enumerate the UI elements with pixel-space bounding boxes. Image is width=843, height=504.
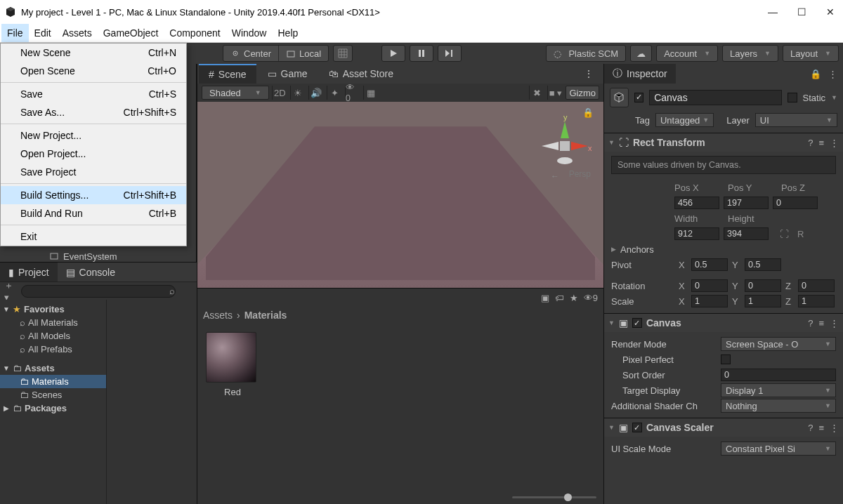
rot-z-input[interactable] [798, 279, 835, 292]
project-search-input[interactable] [21, 285, 176, 298]
menu-icon[interactable]: ⋮ [830, 423, 839, 433]
static-checkbox[interactable] [788, 93, 797, 102]
menu-window[interactable]: Window [226, 24, 273, 42]
snap-toggle[interactable] [333, 45, 353, 62]
pivot-center-button[interactable]: Center [223, 46, 279, 61]
menu-icon[interactable]: ⋮ [830, 138, 839, 148]
tab-console[interactable]: ▤ Console [58, 263, 124, 281]
menu-help[interactable]: Help [272, 24, 303, 42]
pos-y-input[interactable] [724, 197, 769, 209]
play-button[interactable] [381, 45, 405, 62]
cloud-button[interactable]: ☁ [630, 45, 652, 62]
scaler-enabled-checkbox[interactable] [632, 423, 642, 432]
shading-dropdown[interactable]: Shaded▼ [202, 86, 269, 100]
scale-z-input[interactable] [798, 295, 835, 307]
tag-dropdown[interactable]: Untagged▼ [655, 113, 714, 127]
gameobject-type-icon[interactable] [610, 88, 629, 107]
tab-asset-store[interactable]: 🛍Asset Store [319, 64, 403, 84]
collapse-toggle[interactable]: ▼ [608, 424, 615, 431]
pixel-perfect-checkbox[interactable] [721, 354, 731, 364]
window-minimize-button[interactable]: — [768, 6, 778, 18]
pivot-y-input[interactable] [745, 258, 781, 271]
menu-exit[interactable]: Exit [1, 227, 186, 246]
collapse-toggle[interactable]: ▼ [608, 319, 615, 326]
window-close-button[interactable]: ✕ [826, 6, 835, 18]
help-icon[interactable]: ? [808, 318, 813, 329]
account-dropdown[interactable]: Account▼ [656, 45, 718, 62]
preset-icon[interactable]: ≡ [818, 423, 824, 433]
pos-x-input[interactable] [674, 197, 719, 209]
assets-folder[interactable]: ▼🗀Assets [0, 362, 106, 375]
scene-view[interactable]: y x ← Persp 🔒 [197, 102, 603, 288]
raw-edit-icon[interactable]: R [797, 229, 804, 239]
help-icon[interactable]: ? [808, 423, 813, 433]
menu-build-and-run[interactable]: Build And RunCtrl+B [1, 204, 186, 223]
anchors-toggle[interactable]: ▶ [611, 246, 616, 253]
lock-icon[interactable]: 🔒 [810, 69, 821, 79]
tab-game[interactable]: ▭Game [258, 64, 318, 84]
pos-z-input[interactable] [773, 197, 818, 209]
lock-icon[interactable]: 🔒 [582, 107, 594, 118]
scenes-folder[interactable]: 🗀Scenes [0, 388, 106, 402]
menu-build-settings[interactable]: Build Settings...Ctrl+Shift+B [1, 186, 186, 204]
pivot-local-button[interactable]: Local [279, 46, 328, 61]
menu-save-as[interactable]: Save As...Ctrl+Shift+S [1, 103, 186, 121]
fx-toggle[interactable]: ✦ [327, 86, 342, 100]
favorites-header[interactable]: ▼★Favorites [0, 303, 106, 316]
fav-all-models[interactable]: ⌕All Models [0, 329, 106, 343]
2d-toggle[interactable]: 2D [272, 86, 287, 100]
tab-inspector[interactable]: ⓘ Inspector [604, 64, 676, 84]
menu-new-project[interactable]: New Project... [1, 126, 186, 145]
collapse-toggle[interactable]: ▼ [608, 139, 615, 146]
menu-gameobject[interactable]: GameObject [98, 24, 164, 42]
width-input[interactable] [674, 227, 719, 240]
help-icon[interactable]: ? [808, 138, 813, 148]
favorite-filter-icon[interactable]: ★ [570, 293, 578, 303]
menu-new-scene[interactable]: New SceneCtrl+N [1, 44, 186, 62]
layout-dropdown[interactable]: Layout▼ [783, 45, 839, 62]
audio-toggle[interactable]: 🔊 [308, 86, 324, 100]
hidden-toggle[interactable]: 👁 0 [345, 86, 360, 100]
step-button[interactable] [438, 45, 462, 62]
height-input[interactable] [724, 227, 769, 240]
menu-icon[interactable]: ⋮ [830, 318, 839, 329]
blueprint-icon[interactable]: ⛶ [780, 229, 789, 239]
menu-file[interactable]: File [1, 24, 29, 42]
preset-icon[interactable]: ≡ [818, 318, 824, 329]
shader-channels-dropdown[interactable]: Nothing▼ [721, 399, 836, 413]
ui-scale-mode-dropdown[interactable]: Constant Pixel Si▼ [721, 442, 836, 456]
sort-order-input[interactable] [721, 369, 836, 381]
tools-icon[interactable]: ✖ [529, 86, 544, 100]
tab-project[interactable]: ▮ Project [0, 263, 58, 281]
target-display-dropdown[interactable]: Display 1▼ [721, 383, 836, 397]
filter-by-type-icon[interactable]: ▣ [541, 293, 549, 303]
canvas-enabled-checkbox[interactable] [632, 318, 642, 328]
preset-icon[interactable]: ≡ [818, 138, 824, 148]
fav-all-materials[interactable]: ⌕All Materials [0, 316, 106, 329]
menu-open-scene[interactable]: Open SceneCtrl+O [1, 62, 186, 80]
filter-by-label-icon[interactable]: 🏷 [555, 293, 564, 303]
panel-menu-button[interactable]: ⋮ [574, 64, 603, 84]
grid-toggle[interactable]: ▦ [363, 86, 379, 100]
rot-y-input[interactable] [745, 279, 781, 292]
active-checkbox[interactable] [634, 93, 643, 102]
packages-folder[interactable]: ▶🗀Packages [0, 402, 106, 415]
menu-assets[interactable]: Assets [57, 24, 98, 42]
lighting-toggle[interactable]: ☀ [290, 86, 306, 100]
scale-y-input[interactable] [745, 295, 781, 307]
plastic-scm-button[interactable]: ◌ Plastic SCM [546, 45, 626, 62]
hierarchy-item-eventsystem[interactable]: EventSystem [0, 249, 196, 262]
camera-icon[interactable]: ■ ▾ [547, 86, 563, 100]
menu-component[interactable]: Component [164, 24, 226, 42]
fav-all-prefabs[interactable]: ⌕All Prefabs [0, 343, 106, 356]
render-mode-dropdown[interactable]: Screen Space - O▼ [721, 337, 836, 351]
tab-scene[interactable]: #Scene [199, 64, 256, 84]
pause-button[interactable] [410, 45, 433, 62]
gizmos-dropdown[interactable]: Gizmo [566, 86, 599, 100]
menu-save[interactable]: SaveCtrl+S [1, 85, 186, 103]
menu-save-project[interactable]: Save Project [1, 163, 186, 181]
menu-edit[interactable]: Edit [29, 24, 57, 42]
gameobject-name-input[interactable] [649, 90, 782, 105]
scale-x-input[interactable] [691, 295, 728, 307]
layer-dropdown[interactable]: UI▼ [755, 113, 837, 127]
